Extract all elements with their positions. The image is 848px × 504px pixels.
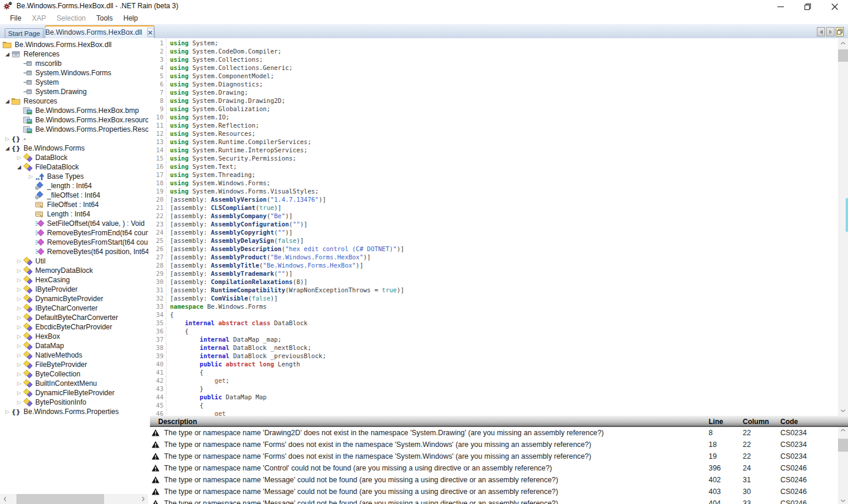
code-line[interactable]: 44 public DataMap Map: [151, 393, 838, 401]
tree-item[interactable]: mscorlib: [0, 59, 148, 68]
vscroll-up-arrow-icon[interactable]: [838, 38, 848, 48]
expander-closed-icon[interactable]: ▷: [15, 398, 23, 407]
hscroll-thumb[interactable]: [16, 494, 104, 504]
nav-forward-button[interactable]: [826, 27, 834, 36]
expander-closed-icon[interactable]: ▷: [27, 172, 35, 181]
code-line[interactable]: 20[assembly: AssemblyVersion("1.4.7.1347…: [151, 195, 838, 203]
column-header-description[interactable]: Description: [150, 418, 709, 426]
expander-closed-icon[interactable]: ▷: [4, 407, 11, 416]
expander-closed-icon[interactable]: ▷: [4, 134, 11, 143]
minimize-button[interactable]: [767, 0, 794, 13]
expander-open-icon[interactable]: ◢: [4, 49, 11, 59]
errscroll-down-arrow-icon[interactable]: [838, 499, 848, 502]
expander-closed-icon[interactable]: ▷: [15, 369, 23, 379]
tree-item[interactable]: ▷MemoryDataBlock: [0, 266, 148, 275]
tree-item[interactable]: ◢FileDataBlock: [0, 162, 148, 172]
code-line[interactable]: 23[assembly: AssemblyConfiguration("")]: [151, 220, 838, 228]
errscroll-thumb[interactable]: [838, 439, 848, 452]
code-line[interactable]: 34{: [151, 311, 838, 319]
hscroll-left-arrow-icon[interactable]: [0, 494, 10, 504]
code-line[interactable]: 2using System.CodeDom.Compiler;: [151, 47, 838, 55]
close-button[interactable]: [821, 0, 848, 13]
error-row[interactable]: The type or namespace name 'Drawing2D' d…: [150, 427, 848, 439]
tree-item[interactable]: FileOffset : Int64: [0, 200, 148, 209]
tab-close-icon[interactable]: [147, 28, 154, 37]
code-line[interactable]: 13using System.Runtime.CompilerServices;: [151, 138, 838, 146]
column-header-line[interactable]: Line: [709, 418, 743, 426]
expander-closed-icon[interactable]: ▷: [15, 294, 23, 303]
menu-item-selection[interactable]: Selection: [51, 13, 91, 24]
code-line[interactable]: 29[assembly: AssemblyTrademark("")]: [151, 269, 838, 278]
code-line[interactable]: 37 internal DataMap _map;: [151, 335, 838, 343]
tree-item[interactable]: System.Windows.Forms: [0, 68, 148, 78]
vscroll-down-arrow-icon[interactable]: [838, 406, 848, 416]
code-line[interactable]: 25[assembly: AssemblyDelaySign(false)]: [151, 236, 838, 245]
code-line[interactable]: 38 internal DataBlock _nextBlock;: [151, 343, 838, 352]
tree-item[interactable]: ▷NativeMethods: [0, 351, 148, 360]
code-line[interactable]: 15using System.Security.Permissions;: [151, 154, 838, 162]
tree-item[interactable]: _fileOffset : Int64: [0, 191, 148, 200]
error-row[interactable]: The type or namespace name 'Control' cou…: [150, 462, 848, 474]
tree-item[interactable]: ▷DynamicFileByteProvider: [0, 388, 148, 398]
tree-item[interactable]: ▷DataMap: [0, 341, 148, 351]
tree-item[interactable]: SetFileOffset(t64 value, ) : Void: [0, 219, 148, 228]
tree-item[interactable]: ▷{}Be.Windows.Forms.Properties: [0, 407, 148, 416]
tree-item[interactable]: ▷IByteCharConverter: [0, 303, 148, 313]
tree-item[interactable]: ◢Resources: [0, 96, 148, 106]
expander-closed-icon[interactable]: ▷: [15, 313, 23, 322]
code-line[interactable]: 32[assembly: ComVisible(false)]: [151, 294, 838, 302]
window-list-button[interactable]: [836, 27, 844, 36]
error-row[interactable]: The type or namespace name 'Forms' does …: [150, 450, 848, 462]
tree-item[interactable]: ▷{}-: [0, 134, 148, 143]
code-line[interactable]: 5using System.ComponentModel;: [151, 72, 838, 80]
tree-item[interactable]: Be.Windows.Forms.Properties.Resou: [0, 125, 148, 134]
code-line[interactable]: 9using System.Globalization;: [151, 105, 838, 113]
code-line[interactable]: 1using System;: [151, 39, 838, 47]
code-line[interactable]: 14using System.Runtime.InteropServices;: [151, 146, 838, 154]
code-line[interactable]: 28[assembly: AssemblyTitle("Be.Windows.F…: [151, 261, 838, 269]
code-line[interactable]: 40 public abstract long Length: [151, 360, 838, 368]
code-line[interactable]: 22[assembly: AssemblyCompany("Be")]: [151, 212, 838, 220]
code-line[interactable]: 12using System.Resources;: [151, 129, 838, 138]
tree-item[interactable]: ▷DefaultByteCharConverter: [0, 313, 148, 322]
tree-item[interactable]: ◢{}Be.Windows.Forms: [0, 143, 148, 153]
tree-item[interactable]: ▷EbcdicByteCharProvider: [0, 322, 148, 332]
expander-closed-icon[interactable]: ▷: [15, 266, 23, 275]
tree-item[interactable]: ▷BytePositionInfo: [0, 398, 148, 407]
code-line[interactable]: 4using System.Collections.Generic;: [151, 64, 838, 72]
tree-hscrollbar[interactable]: [0, 494, 148, 504]
code-line[interactable]: 10using System.IO;: [151, 113, 838, 121]
column-header-code[interactable]: Code: [780, 418, 838, 426]
code-line[interactable]: 46 get: [151, 409, 838, 416]
menu-item-xap[interactable]: XAP: [26, 13, 51, 24]
tree-item[interactable]: _length : Int64: [0, 181, 148, 191]
column-header-column[interactable]: Column: [743, 418, 780, 426]
code-view[interactable]: 1using System;2using System.CodeDom.Comp…: [151, 38, 838, 416]
tree-item[interactable]: Length : Int64: [0, 209, 148, 219]
tree-item[interactable]: ▷Base Types: [0, 172, 148, 181]
code-line[interactable]: 18using System.Windows.Forms;: [151, 179, 838, 187]
menu-item-tools[interactable]: Tools: [91, 13, 118, 24]
tree-item[interactable]: ▷BuiltInContextMenu: [0, 379, 148, 388]
error-row[interactable]: The type or namespace name 'Forms' does …: [150, 439, 848, 450]
expander-closed-icon[interactable]: ▷: [15, 153, 23, 162]
error-vscrollbar[interactable]: [838, 427, 848, 504]
code-line[interactable]: 7using System.Drawing;: [151, 88, 838, 96]
tree-item[interactable]: ◢References: [0, 49, 148, 59]
code-line[interactable]: 17using System.Threading;: [151, 171, 838, 179]
tree-item[interactable]: ▷Util: [0, 256, 148, 266]
code-line[interactable]: 21[assembly: CLSCompliant(true)]: [151, 203, 838, 212]
error-row[interactable]: The type or namespace name 'Message' cou…: [150, 486, 848, 498]
code-line[interactable]: 33namespace Be.Windows.Forms: [151, 302, 838, 311]
tree-item[interactable]: RemoveBytesFromStart(t64 cour: [0, 238, 148, 247]
tree-item[interactable]: RemoveBytesFromEnd(t64 coun: [0, 228, 148, 238]
tree-item[interactable]: ▷HexBox: [0, 332, 148, 341]
expander-closed-icon[interactable]: ▷: [15, 275, 23, 285]
expander-closed-icon[interactable]: ▷: [15, 256, 23, 266]
tree-item[interactable]: ▷DataBlock: [0, 153, 148, 162]
code-line[interactable]: 35 internal abstract class DataBlock: [151, 319, 838, 327]
code-line[interactable]: 6using System.Diagnostics;: [151, 80, 838, 88]
tree-item[interactable]: Be.Windows.Forms.HexBox.resource: [0, 115, 148, 125]
expander-open-icon[interactable]: ◢: [15, 162, 23, 172]
expander-open-icon[interactable]: ◢: [4, 96, 11, 106]
